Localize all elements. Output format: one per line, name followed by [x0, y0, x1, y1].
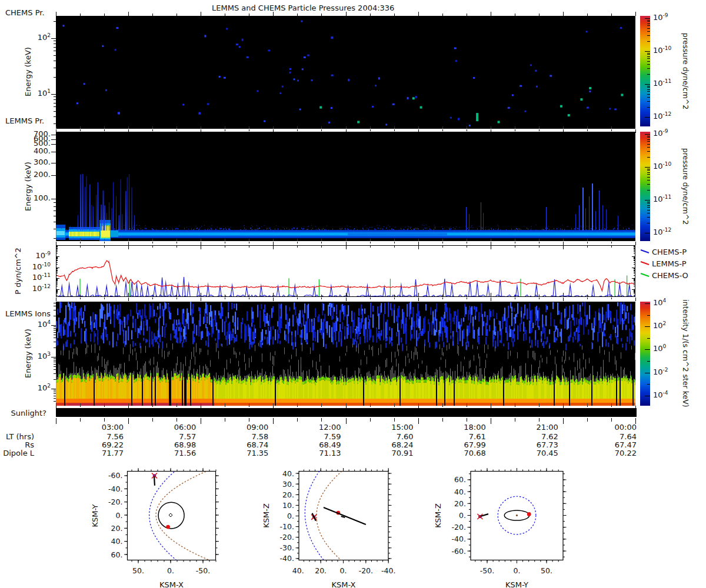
colorbar-tick-label: 100	[653, 344, 666, 353]
orbit-y-tick-label: 0.	[459, 511, 466, 520]
orbit-y-tick-label: 60.	[454, 475, 466, 484]
ions-panel-label: LEMMS Ions	[5, 309, 51, 318]
ytick-label-chems: 101	[0, 89, 51, 98]
time-row-value: 70.91	[372, 449, 414, 457]
ytick-label-ions: 104	[0, 320, 51, 329]
time-row-value: 7.64	[595, 432, 637, 441]
orbit-y-tick-label: 0.	[116, 511, 123, 520]
orbit-y-axis-label: KSM-Y	[91, 504, 99, 527]
colorbar-tick-label: 104	[653, 298, 666, 307]
ytick-label-lemms: 200.	[0, 170, 51, 179]
colorbar-tick-label: 10-4	[653, 390, 668, 399]
time-row-value: 69.22	[82, 440, 124, 449]
pressure-colorbar-1	[640, 16, 650, 126]
legend-label: LEMMS-P	[652, 259, 687, 268]
colorbar-tick-label: 10-11	[653, 195, 671, 203]
time-row-label: Dipole L	[0, 449, 34, 457]
time-row-value: 71.77	[82, 449, 124, 457]
pressure-colorbar-label-2: pressure dyne/cm^2	[681, 148, 690, 225]
ytick-label-lemms: 300.	[0, 158, 51, 166]
time-row-value: 68.74	[227, 440, 268, 449]
colorbar-tick-label: 102	[653, 321, 666, 330]
time-row-value: 71.56	[155, 449, 196, 457]
time-row-value: 7.56	[82, 432, 124, 441]
orbit-saturn-marker	[169, 513, 172, 517]
ions-spectrogram-canvas	[56, 302, 635, 406]
time-tick-label: 09:00	[227, 423, 268, 432]
orbit-x-tick-label: 50.	[132, 566, 144, 575]
time-row-value: 68.49	[300, 440, 341, 449]
sunlight-bar	[56, 408, 637, 417]
orbit-curve-magnetopause	[156, 468, 215, 563]
time-row-value: 71.13	[300, 449, 341, 457]
time-tick-label: 21:00	[517, 423, 558, 432]
colorbar-tick-label: 10-12	[653, 112, 671, 121]
colorbar-tick-label: 10-10	[653, 46, 671, 55]
time-row-value: 7.59	[300, 432, 341, 441]
orbit-y-tick-label: -20.	[452, 523, 466, 532]
pressure-lineplot-canvas	[56, 245, 635, 297]
orbit-x-axis-label: KSM-X	[159, 580, 184, 588]
orbit-y-tick-label: 20.	[454, 499, 466, 508]
time-row-value: 7.60	[372, 432, 414, 441]
orbit-y-tick-label: 60.	[111, 550, 123, 559]
time-row-value: 67.73	[517, 440, 558, 449]
orbit-y-tick-label: 40.	[111, 537, 123, 546]
time-tick-label: 12:00	[300, 423, 341, 432]
ytick-label-chems: 102	[0, 33, 51, 42]
lemms-chems-figure: LEMMS and CHEMS Particle Pressures 2004:…	[0, 0, 706, 588]
pressure-colorbar-2	[640, 132, 650, 241]
orbit-x-tick-label: -20.	[359, 566, 373, 575]
ytick-label-ions: 103	[0, 352, 51, 360]
colorbar-tick-label: 10-2	[653, 368, 668, 376]
orbit-x-tick-label: 0.	[167, 566, 174, 575]
orbit-y-axis-label: KSM-Z	[434, 503, 442, 528]
ytick-label-pressure: 10-11	[0, 273, 51, 282]
time-row-label: Rs	[0, 440, 34, 449]
intensity-colorbar	[640, 302, 650, 406]
legend-label: CHEMS-O	[652, 271, 688, 280]
orbit-y-tick-label: -60.	[452, 547, 466, 556]
orbit-y-tick-label: -60.	[108, 471, 122, 480]
orbit-y-tick-label: -40.	[108, 485, 122, 493]
orbit-y-tick-label: 30.	[282, 480, 294, 489]
orbit-y-tick-label: -40.	[452, 534, 466, 543]
chems-panel-label: CHEMS Pr.	[5, 8, 45, 17]
orbit-x-tick-label: 40.	[292, 566, 304, 575]
orbit-y-tick-label: 0.	[287, 512, 294, 520]
orbit-y-tick-label: 10.	[282, 501, 294, 510]
time-tick-label: 00:00	[595, 423, 637, 432]
lemms-energy-axis-label: Energy (keV)	[24, 162, 32, 211]
colorbar-tick-label: 10-12	[653, 228, 671, 236]
time-tick-label: 06:00	[155, 423, 196, 432]
figure-title: LEMMS and CHEMS Particle Pressures 2004:…	[212, 4, 394, 12]
orbit-titan-marker	[166, 525, 170, 529]
orbit-y-axis-label: KSM-Z	[262, 503, 271, 528]
colorbar-tick-label: 10-9	[653, 13, 668, 22]
orbit-curve-bow-shock	[305, 466, 328, 564]
time-tick-label: 15:00	[372, 423, 414, 432]
ytick-label-ions: 102	[0, 383, 51, 392]
time-row-value: 67.47	[595, 440, 637, 449]
lemms-panel-label: LEMMS Pr.	[5, 116, 44, 125]
orbit-y-tick-label: 40.	[454, 487, 466, 496]
colorbar-tick-label: 10-10	[653, 162, 671, 171]
orbit-y-tick-label: 20.	[282, 490, 294, 499]
time-row-value: 70.68	[445, 449, 486, 457]
time-tick-label: 18:00	[445, 423, 486, 432]
orbit-x-tick-label: 0.	[340, 566, 347, 575]
colorbar-tick-label: 10-11	[653, 79, 671, 88]
orbit-x-tick-label: -40.	[381, 566, 395, 575]
time-row-value: 67.99	[445, 440, 486, 449]
intensity-colorbar-label: intensity 1/(s cm^2 ster keV)	[681, 299, 690, 407]
orbit-x-tick-label: -50.	[480, 566, 494, 575]
orbit-titan-marker	[527, 512, 531, 516]
time-row-value: 7.62	[517, 432, 558, 441]
orbit-trajectory	[154, 476, 155, 486]
orbit-y-tick-label: -40.	[280, 554, 294, 563]
time-row-value: 68.98	[155, 440, 196, 449]
orbit-y-tick-label: 40.	[282, 469, 294, 478]
colorbar-tick-label: 10-9	[653, 129, 668, 138]
orbit-y-tick-label: -20.	[108, 497, 122, 506]
orbit-y-tick-label: -20.	[280, 533, 294, 542]
